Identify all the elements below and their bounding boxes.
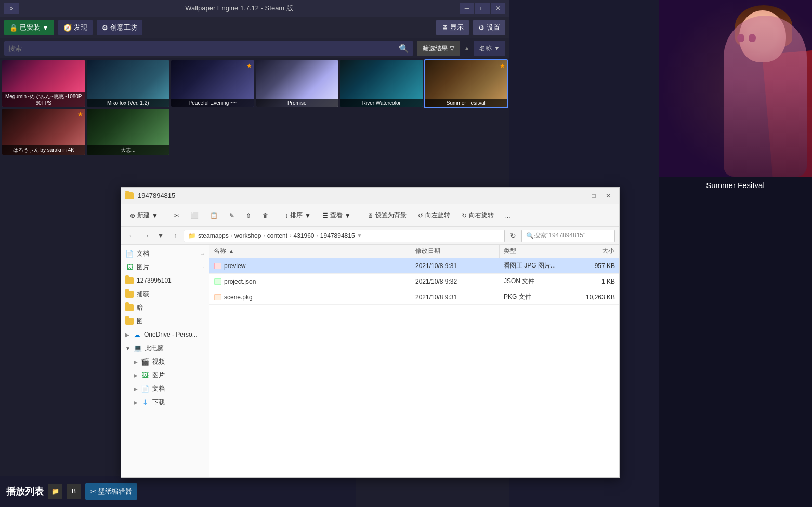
settings-button[interactable]: ⚙ 设置 [473, 20, 505, 35]
workshop-button[interactable]: ⚙ 创意工坊 [97, 20, 142, 35]
rename-button[interactable]: ✎ [225, 207, 239, 224]
discover-button[interactable]: 🧭 发现 [58, 20, 93, 35]
col-header-date[interactable]: 修改日期 [411, 245, 500, 258]
sidebar-item-thispc[interactable]: ▼ 💻 此电脑 [121, 341, 209, 355]
path-workshop[interactable]: workshop [234, 232, 261, 239]
sidebar-item-documents[interactable]: ▶ 📄 文档 [121, 382, 209, 395]
close-button[interactable]: ✕ [491, 3, 505, 14]
sidebar-item-fig[interactable]: 图 [121, 314, 209, 328]
sidebar-item-doc[interactable]: 📄 文档 → [121, 247, 209, 260]
search-input[interactable] [8, 45, 399, 52]
view-button[interactable]: ☰ 查看 ▼ [318, 207, 356, 224]
wallpaper-item[interactable]: Megumin~めぐみん~惠惠~1080P 60FPS [2, 60, 85, 107]
file-type-project: JSON 文件 [500, 277, 567, 286]
wallpaper-item[interactable]: ★ Peaceful Evening ~~ [171, 60, 254, 107]
path-sep-3: › [290, 233, 291, 238]
we-titlebar: » Wallpaper Engine 1.7.12 - Steam 版 ─ □ … [0, 0, 509, 17]
wallpaper-editor-button[interactable]: ✂ 壁纸编辑器 [85, 483, 137, 500]
wallpaper-item[interactable]: River Watercolor [340, 60, 423, 107]
expand-arrow: ▶ [134, 372, 138, 378]
cut-button[interactable]: ✂ [169, 207, 184, 224]
set-bg-label: 设置为背景 [375, 211, 407, 220]
refresh-button[interactable]: ↻ [507, 230, 519, 242]
installed-button[interactable]: 🔒 已安装 ▼ [4, 20, 54, 35]
delete-icon: 🗑 [263, 212, 269, 219]
playlist-label: 播放列表 [6, 485, 44, 498]
more-button[interactable]: » [4, 3, 19, 14]
explorer-close-button[interactable]: ✕ [601, 190, 615, 202]
share-button[interactable]: ⇧ [241, 207, 256, 224]
path-steamapps[interactable]: steamapps [198, 232, 229, 239]
col-type-label: 类型 [504, 247, 516, 256]
file-name-cell: preview [209, 262, 411, 270]
copy-icon: ⬜ [191, 212, 199, 219]
file-type-scene: PKG 文件 [500, 292, 567, 301]
wallpaper-label: Miko fox (Ver. 1.2) [87, 99, 170, 107]
playlist-add-button[interactable]: B [67, 484, 81, 499]
sort-button[interactable]: ↕ 排序 ▼ [280, 207, 316, 224]
new-button[interactable]: ⊕ 新建 ▼ [125, 207, 163, 224]
display-button[interactable]: 🖥 显示 [436, 20, 469, 35]
file-row-project[interactable]: project.json 2021/10/8 9:32 JSON 文件 1 KB [209, 274, 619, 289]
sidebar-item-onedrive[interactable]: ▶ ☁ OneDrive - Perso... [121, 328, 209, 341]
sidebar-downloads-label: 下载 [152, 398, 165, 407]
sidebar-item-capture[interactable]: 捕获 [121, 287, 209, 301]
search-box[interactable]: 🔍 搜索"1947894815" [521, 230, 615, 242]
path-folder-id[interactable]: 1947894815 [320, 232, 355, 239]
sidebar-item-dark[interactable]: 暗 [121, 301, 209, 314]
cut-icon: ✂ [174, 212, 179, 219]
sidebar-onedrive-label: OneDrive - Perso... [144, 331, 198, 338]
rotate-right-icon: ↻ [462, 212, 467, 219]
maximize-button[interactable]: □ [475, 3, 490, 14]
sidebar-pictures-label: 图片 [152, 371, 165, 380]
col-header-type[interactable]: 类型 [500, 245, 567, 258]
col-header-size[interactable]: 大小 [567, 245, 619, 258]
wallpaper-item[interactable]: ★ はろうぃん by saraki in 4K [2, 109, 85, 155]
preview-sidebar: Summer Fesitval [659, 0, 812, 507]
copy-button[interactable]: ⬜ [186, 207, 203, 224]
sidebar-item-downloads[interactable]: ▶ ⬇ 下载 [121, 395, 209, 409]
new-dropdown-icon: ▼ [152, 212, 158, 219]
sidebar-item-pic[interactable]: 🖼 图片 → [121, 260, 209, 274]
paste-icon: 📋 [210, 212, 218, 219]
wallpaper-item-selected[interactable]: ★ Summer Fesitval [425, 60, 508, 107]
sidebar-item-folder-1[interactable]: 1273995101 [121, 274, 209, 287]
filename-project: project.json [224, 278, 256, 285]
path-431960[interactable]: 431960 [293, 232, 314, 239]
address-path[interactable]: 📁 steamapps › workshop › content › 43196… [184, 230, 505, 242]
rotate-right-button[interactable]: ↻ 向右旋转 [457, 207, 499, 224]
expand-button[interactable]: ▼ [154, 230, 167, 242]
sidebar-documents-label: 文档 [152, 384, 165, 393]
wallpaper-item[interactable]: Promise [256, 60, 339, 107]
explorer-minimize-button[interactable]: ─ [572, 190, 586, 202]
col-header-name[interactable]: 名称 ▲ [209, 245, 411, 258]
sort-arrow-up: ▲ [464, 45, 470, 52]
toolbar-separator [359, 208, 359, 223]
sort-dropdown-icon: ▼ [494, 45, 500, 52]
forward-button[interactable]: → [140, 230, 152, 242]
wallpaper-item[interactable]: 大志... [87, 109, 170, 155]
sidebar-item-pictures[interactable]: ▶ 🖼 图片 [121, 368, 209, 382]
back-button[interactable]: ← [125, 230, 138, 242]
filter-button[interactable]: 筛选结果 ▽ [417, 41, 460, 56]
minimize-button[interactable]: ─ [460, 3, 474, 14]
paste-button[interactable]: 📋 [205, 207, 222, 224]
up-button[interactable]: ↑ [169, 230, 181, 242]
playlist-folder-button[interactable]: 📁 [48, 484, 62, 499]
path-content[interactable]: content [267, 232, 287, 239]
more-options-button[interactable]: ... [501, 207, 515, 224]
download-icon: ⬇ [141, 398, 149, 406]
search-wrap[interactable]: 🔍 [4, 41, 413, 56]
set-background-button[interactable]: 🖥 设置为背景 [362, 207, 411, 224]
sort-button[interactable]: 名称 ▼ [474, 41, 505, 56]
file-row-preview[interactable]: preview 2021/10/8 9:31 看图王 JPG 图片... 957… [209, 258, 619, 274]
wallpaper-label: はろうぃん by saraki in 4K [2, 145, 85, 155]
sidebar-item-video[interactable]: ▶ 🎬 视频 [121, 355, 209, 368]
file-row-scene[interactable]: scene.pkg 2021/10/8 9:31 PKG 文件 10,263 K… [209, 289, 619, 305]
expand-arrow: ▶ [125, 332, 129, 338]
file-size-preview: 957 KB [567, 262, 619, 270]
wallpaper-item[interactable]: Miko fox (Ver. 1.2) [87, 60, 170, 107]
delete-button[interactable]: 🗑 [258, 207, 273, 224]
rotate-left-button[interactable]: ↺ 向左旋转 [413, 207, 455, 224]
explorer-maximize-button[interactable]: □ [587, 190, 600, 202]
